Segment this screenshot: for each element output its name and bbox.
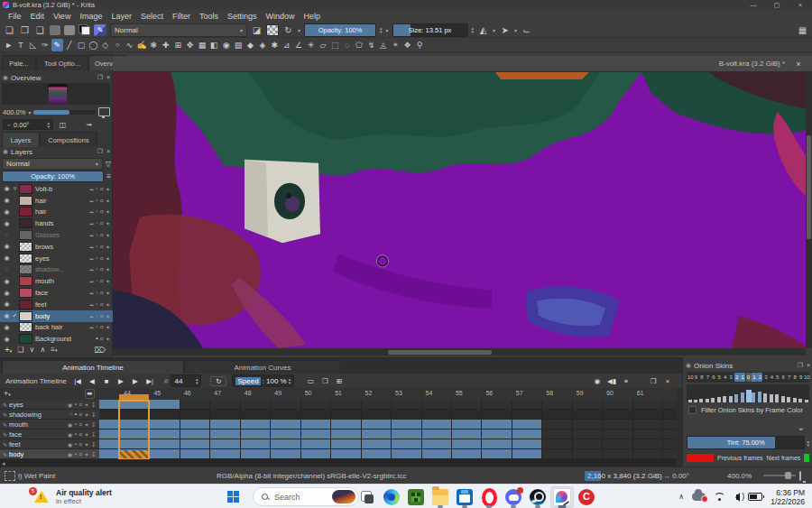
alpha-lock-icon[interactable]: α (100, 290, 103, 296)
layer-style-icon[interactable]: ✦ (106, 255, 110, 262)
pin-icon[interactable]: ↧ (91, 431, 96, 438)
tool-smart-patch[interactable]: ✱ (269, 39, 281, 51)
layer-style-icon[interactable]: ✦ (106, 186, 110, 192)
loop-button[interactable]: ↻ (210, 376, 226, 386)
tool-select-shapes[interactable]: ► (3, 39, 14, 51)
eraser-mode-icon[interactable]: ◪ (251, 25, 263, 35)
canvas-rotation-field[interactable]: ↔0.00° ▴▾ (3, 119, 53, 130)
tool-pattern-edit[interactable]: ▨ (232, 39, 244, 51)
layer-style-icon[interactable]: ✦ (106, 290, 110, 296)
layer-style-icon[interactable]: ✦ (106, 278, 110, 284)
preserve-alpha-icon[interactable] (266, 24, 279, 36)
alpha-lock-icon[interactable]: α (100, 208, 103, 215)
onion-offset-5[interactable]: 5 (775, 373, 780, 382)
onion-offset--1[interactable]: 1 (740, 373, 745, 382)
size-slider[interactable]: Size: 13.51 px (392, 23, 468, 37)
onion-bar-0[interactable] (746, 390, 752, 402)
alpha-lock-icon[interactable]: α (100, 186, 103, 192)
menu-filter[interactable]: Filter (168, 10, 195, 23)
tab-animation-timeline[interactable]: Animation Timeline (2, 360, 184, 374)
layer-row-hair[interactable]: ◉hair➟▫α✦ (0, 195, 113, 207)
play-button[interactable]: ▶ (114, 377, 128, 385)
onion-offset-6[interactable]: 6 (780, 373, 786, 382)
zoom-caret[interactable]: ▾ (28, 109, 31, 115)
mirror-vertical-icon[interactable]: ➤ (499, 25, 511, 35)
tint-spinner[interactable]: ▴▾ (807, 439, 809, 447)
visibility-eye-icon[interactable]: ○ (69, 411, 73, 418)
track-header-body[interactable]: ✎body◉▪α✦↧ (0, 449, 99, 459)
close-icon[interactable]: × (807, 362, 810, 369)
onion-offset--10[interactable]: 10 (687, 373, 693, 382)
layer-style-icon[interactable]: ✦ (106, 301, 110, 308)
layer-row-back-hair[interactable]: ◉back hair➟▫α✦ (0, 322, 113, 334)
alpha-lock-icon[interactable]: α (100, 198, 103, 204)
tool-crop[interactable]: ▦ (196, 39, 208, 51)
onion-bar--3[interactable] (729, 396, 733, 402)
lock-icon[interactable]: ▪ (75, 451, 77, 457)
track-row-feet[interactable] (99, 439, 677, 449)
onion-bar--6[interactable] (711, 398, 715, 402)
overview-thumbnail-well[interactable] (2, 83, 110, 105)
onion-bar-6[interactable] (781, 396, 785, 402)
gradient-chooser[interactable] (50, 25, 60, 35)
lock-icon[interactable]: ▪ (75, 441, 77, 448)
alpha-lock-icon[interactable]: α (100, 278, 103, 284)
alpha-lock-icon[interactable]: α (100, 220, 103, 226)
tool-text[interactable]: T (14, 39, 26, 51)
tool-colorize-mask[interactable]: ⊿ (281, 39, 292, 51)
show-in-timeline-icon[interactable]: ❐ (318, 377, 332, 385)
audio-icon[interactable]: ◉ (590, 377, 604, 385)
layer-opacity-slider[interactable]: Opacity: 100% (2, 171, 104, 182)
visibility-eye-icon[interactable]: ◉ (68, 421, 72, 428)
duplicate-layer-button[interactable]: ❏ (17, 346, 23, 354)
taskbar-app-edge[interactable] (380, 486, 403, 508)
zoom-to-fit-range-icon[interactable]: ◀▮ (604, 377, 619, 385)
pin-icon[interactable]: ↧ (91, 402, 96, 408)
next-frame-button[interactable]: ▶ (128, 377, 143, 385)
tool-ellipse[interactable]: ◯ (88, 39, 99, 51)
mirror-vertical-caret[interactable]: ▾ (514, 27, 517, 33)
reload-preset-icon[interactable]: ↻ (282, 25, 294, 35)
layer-style-icon[interactable]: ✦ (106, 232, 110, 238)
onion-offset--9[interactable]: 9 (693, 373, 698, 382)
visibility-eye-icon[interactable]: ◉ (3, 336, 11, 343)
onion-bar-1[interactable] (752, 393, 755, 402)
layer-row-hands[interactable]: ◉hands➟▫α✦ (0, 217, 113, 229)
onion-opacity-bars[interactable] (687, 384, 809, 402)
move-layer-down-button[interactable]: ∨ (30, 346, 35, 354)
selection-mode-icon[interactable] (5, 471, 15, 481)
mirror-horizontal-caret[interactable]: ▾ (493, 27, 495, 33)
lock-icon[interactable]: ▫ (96, 208, 97, 215)
close-button[interactable]: × (789, 0, 812, 10)
visibility-eye-icon[interactable]: ◉ (68, 402, 72, 408)
tool-rectangle[interactable]: ▢ (75, 39, 87, 51)
minimize-button[interactable]: — (742, 0, 765, 10)
layer-filter-icon[interactable]: ▽ (106, 160, 111, 168)
keyframe-span[interactable] (99, 449, 542, 458)
canvas-hscrollbar[interactable] (113, 348, 806, 356)
timeline-ruler[interactable]: +▾ ⬌ 44454647484950515253545556575859606… (0, 388, 677, 401)
volume-icon[interactable] (736, 494, 740, 500)
tool-rect-select[interactable]: ⬚ (329, 39, 341, 51)
pin-icon[interactable]: ➟ (89, 208, 94, 215)
lock-icon[interactable]: ▪ (75, 402, 77, 408)
skip-to-start-button[interactable]: |◀ (70, 377, 85, 385)
zoom-fit-icon[interactable] (799, 471, 801, 481)
layer-blend-mode-dropdown[interactable]: Normal▾ (2, 158, 103, 170)
mirror-view-icon[interactable]: ◫ (57, 121, 69, 129)
onion-bar-4[interactable] (770, 394, 773, 402)
lock-icon[interactable]: ▪ (75, 421, 77, 428)
tool-polyline[interactable]: ⌔ (112, 39, 124, 51)
track-row-shadowing[interactable] (99, 410, 677, 420)
pin-icon[interactable]: ➟ (89, 255, 94, 262)
close-icon[interactable]: × (660, 377, 675, 385)
canvas[interactable] (113, 72, 806, 348)
visibility-eye-icon[interactable]: ◉ (3, 278, 11, 285)
pin-icon[interactable]: ↧ (91, 411, 96, 418)
visibility-eye-icon[interactable]: ◉ (68, 431, 72, 438)
taskbar-app-discord[interactable] (502, 486, 525, 508)
fit-to-screen-icon[interactable] (98, 107, 110, 116)
tool-fill[interactable]: ◆ (245, 39, 256, 51)
layer-options-icon[interactable]: ≡ (106, 172, 111, 180)
lock-icon[interactable]: ▫ (96, 266, 97, 272)
